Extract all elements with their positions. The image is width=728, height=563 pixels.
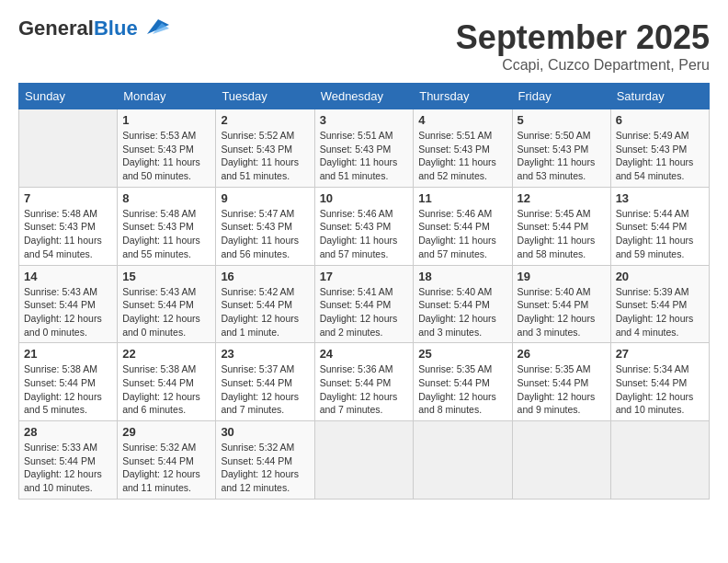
calendar-cell: 7Sunrise: 5:48 AM Sunset: 5:43 PM Daylig… [19,187,118,265]
day-number: 12 [518,191,606,205]
day-number: 13 [616,191,704,205]
calendar-cell: 21Sunrise: 5:38 AM Sunset: 5:44 PM Dayli… [19,343,118,421]
calendar-cell: 8Sunrise: 5:48 AM Sunset: 5:43 PM Daylig… [118,187,216,265]
day-detail: Sunrise: 5:40 AM Sunset: 5:44 PM Dayligh… [418,285,506,339]
page-header: GeneralBlue September 2025 Ccapi, Cuzco … [18,18,710,74]
calendar-cell: 5Sunrise: 5:50 AM Sunset: 5:43 PM Daylig… [512,109,610,188]
day-detail: Sunrise: 5:46 AM Sunset: 5:44 PM Dayligh… [418,207,506,261]
calendar-cell: 13Sunrise: 5:44 AM Sunset: 5:44 PM Dayli… [610,187,709,265]
day-detail: Sunrise: 5:47 AM Sunset: 5:43 PM Dayligh… [221,207,309,261]
day-detail: Sunrise: 5:33 AM Sunset: 5:44 PM Dayligh… [24,441,112,495]
calendar-cell: 14Sunrise: 5:43 AM Sunset: 5:44 PM Dayli… [19,265,118,343]
day-detail: Sunrise: 5:39 AM Sunset: 5:44 PM Dayligh… [616,285,704,339]
calendar-cell [19,109,118,188]
day-detail: Sunrise: 5:44 AM Sunset: 5:44 PM Dayligh… [616,207,704,261]
day-detail: Sunrise: 5:37 AM Sunset: 5:44 PM Dayligh… [221,362,309,417]
calendar-cell: 27Sunrise: 5:34 AM Sunset: 5:44 PM Dayli… [610,343,709,421]
day-detail: Sunrise: 5:32 AM Sunset: 5:44 PM Dayligh… [122,441,210,495]
weekday-header: Saturday [610,84,709,109]
calendar-cell: 19Sunrise: 5:40 AM Sunset: 5:44 PM Dayli… [512,265,610,343]
day-detail: Sunrise: 5:53 AM Sunset: 5:43 PM Dayligh… [122,129,210,183]
day-detail: Sunrise: 5:48 AM Sunset: 5:43 PM Dayligh… [122,207,210,261]
day-number: 17 [320,270,409,283]
day-number: 10 [320,191,409,205]
calendar-cell: 26Sunrise: 5:35 AM Sunset: 5:44 PM Dayli… [512,343,610,421]
day-detail: Sunrise: 5:52 AM Sunset: 5:43 PM Dayligh… [221,129,309,183]
day-detail: Sunrise: 5:51 AM Sunset: 5:43 PM Dayligh… [418,129,506,183]
day-detail: Sunrise: 5:42 AM Sunset: 5:44 PM Dayligh… [221,285,309,339]
weekday-header: Wednesday [314,84,414,109]
weekday-header: Tuesday [216,84,314,109]
calendar-cell: 4Sunrise: 5:51 AM Sunset: 5:43 PM Daylig… [414,109,512,188]
logo: GeneralBlue [18,18,169,39]
day-number: 28 [24,425,112,439]
day-detail: Sunrise: 5:51 AM Sunset: 5:43 PM Dayligh… [320,129,409,183]
calendar-cell: 17Sunrise: 5:41 AM Sunset: 5:44 PM Dayli… [314,265,414,343]
day-detail: Sunrise: 5:38 AM Sunset: 5:44 PM Dayligh… [122,362,210,417]
weekday-header: Thursday [414,84,512,109]
calendar-week-row: 7Sunrise: 5:48 AM Sunset: 5:43 PM Daylig… [19,187,710,265]
calendar-week-row: 21Sunrise: 5:38 AM Sunset: 5:44 PM Dayli… [19,343,710,421]
day-detail: Sunrise: 5:43 AM Sunset: 5:44 PM Dayligh… [24,285,112,339]
day-detail: Sunrise: 5:43 AM Sunset: 5:44 PM Dayligh… [122,285,210,339]
calendar-table: SundayMondayTuesdayWednesdayThursdayFrid… [18,83,710,500]
day-number: 24 [320,347,409,361]
day-number: 2 [221,113,309,127]
calendar-header-row: SundayMondayTuesdayWednesdayThursdayFrid… [19,84,710,109]
calendar-cell [414,421,512,500]
day-number: 16 [221,270,309,283]
day-number: 26 [518,347,606,361]
calendar-cell: 6Sunrise: 5:49 AM Sunset: 5:43 PM Daylig… [610,109,709,188]
day-detail: Sunrise: 5:50 AM Sunset: 5:43 PM Dayligh… [518,129,606,183]
day-number: 18 [418,270,506,283]
day-number: 25 [418,347,506,361]
calendar-cell [610,421,709,500]
logo-general: General [18,17,94,40]
logo-icon [140,17,169,38]
calendar-week-row: 14Sunrise: 5:43 AM Sunset: 5:44 PM Dayli… [19,265,710,343]
day-detail: Sunrise: 5:41 AM Sunset: 5:44 PM Dayligh… [320,285,409,339]
weekday-header: Sunday [19,84,118,109]
calendar-cell: 24Sunrise: 5:36 AM Sunset: 5:44 PM Dayli… [314,343,414,421]
title-block: September 2025 Ccapi, Cuzco Department, … [456,18,710,74]
calendar-cell: 2Sunrise: 5:52 AM Sunset: 5:43 PM Daylig… [216,109,314,188]
day-detail: Sunrise: 5:35 AM Sunset: 5:44 PM Dayligh… [518,362,606,417]
day-detail: Sunrise: 5:36 AM Sunset: 5:44 PM Dayligh… [320,362,409,417]
day-number: 20 [616,270,704,283]
day-number: 6 [616,113,704,127]
day-number: 22 [122,347,210,361]
day-detail: Sunrise: 5:34 AM Sunset: 5:44 PM Dayligh… [616,362,704,417]
calendar-cell: 15Sunrise: 5:43 AM Sunset: 5:44 PM Dayli… [118,265,216,343]
day-detail: Sunrise: 5:45 AM Sunset: 5:44 PM Dayligh… [518,207,606,261]
day-detail: Sunrise: 5:48 AM Sunset: 5:43 PM Dayligh… [24,207,112,261]
day-detail: Sunrise: 5:46 AM Sunset: 5:43 PM Dayligh… [320,207,409,261]
day-number: 30 [221,425,309,439]
day-detail: Sunrise: 5:38 AM Sunset: 5:44 PM Dayligh… [24,362,112,417]
weekday-header: Monday [118,84,216,109]
calendar-cell: 20Sunrise: 5:39 AM Sunset: 5:44 PM Dayli… [610,265,709,343]
calendar-cell: 29Sunrise: 5:32 AM Sunset: 5:44 PM Dayli… [118,421,216,500]
calendar-cell [512,421,610,500]
calendar-cell: 18Sunrise: 5:40 AM Sunset: 5:44 PM Dayli… [414,265,512,343]
calendar-cell: 1Sunrise: 5:53 AM Sunset: 5:43 PM Daylig… [118,109,216,188]
calendar-cell: 25Sunrise: 5:35 AM Sunset: 5:44 PM Dayli… [414,343,512,421]
day-number: 14 [24,270,112,283]
day-detail: Sunrise: 5:49 AM Sunset: 5:43 PM Dayligh… [616,129,704,183]
logo-text: GeneralBlue [18,18,138,39]
calendar-cell: 11Sunrise: 5:46 AM Sunset: 5:44 PM Dayli… [414,187,512,265]
calendar-cell [314,421,414,500]
day-number: 29 [122,425,210,439]
calendar-cell: 3Sunrise: 5:51 AM Sunset: 5:43 PM Daylig… [314,109,414,188]
day-detail: Sunrise: 5:35 AM Sunset: 5:44 PM Dayligh… [418,362,506,417]
calendar-week-row: 28Sunrise: 5:33 AM Sunset: 5:44 PM Dayli… [19,421,710,500]
calendar-cell: 30Sunrise: 5:32 AM Sunset: 5:44 PM Dayli… [216,421,314,500]
day-number: 9 [221,191,309,205]
day-number: 3 [320,113,409,127]
day-number: 8 [122,191,210,205]
logo-blue: Blue [94,17,138,40]
calendar-cell: 23Sunrise: 5:37 AM Sunset: 5:44 PM Dayli… [216,343,314,421]
month-title: September 2025 [456,18,710,57]
day-number: 23 [221,347,309,361]
day-number: 21 [24,347,112,361]
day-detail: Sunrise: 5:32 AM Sunset: 5:44 PM Dayligh… [221,441,309,495]
